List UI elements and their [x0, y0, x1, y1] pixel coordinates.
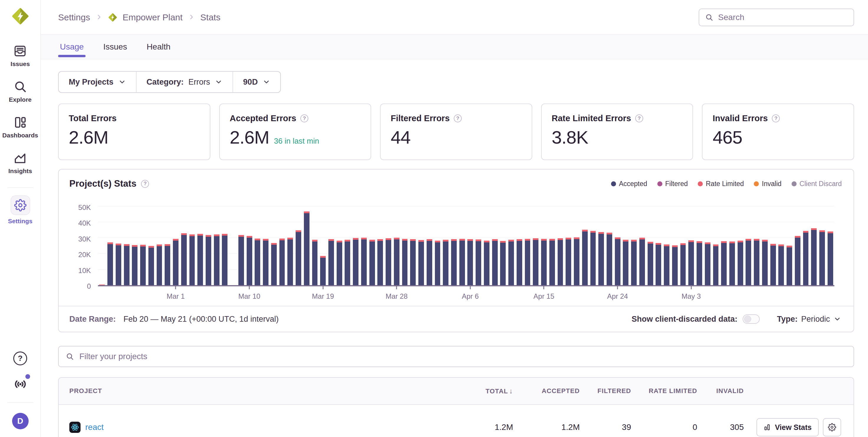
chart-bar[interactable]: [615, 237, 620, 285]
chart-bar[interactable]: [696, 241, 702, 285]
legend-item[interactable]: Accepted: [611, 180, 647, 188]
chart-bar[interactable]: [443, 240, 448, 285]
tab-usage[interactable]: Usage: [58, 35, 86, 59]
chart-bar[interactable]: [459, 239, 465, 285]
chart-bar[interactable]: [508, 240, 514, 285]
chart-bar[interactable]: [353, 238, 359, 285]
chart-bar[interactable]: [255, 239, 260, 285]
view-stats-button[interactable]: View Stats: [756, 418, 819, 436]
chart-bar[interactable]: [263, 239, 269, 285]
chart-bar[interactable]: [181, 233, 187, 285]
chart-bar[interactable]: [598, 232, 604, 285]
chart-bar[interactable]: [819, 230, 825, 285]
search-input[interactable]: [718, 13, 848, 22]
chart-bar[interactable]: [770, 244, 776, 285]
chart-bar[interactable]: [377, 239, 383, 285]
chart-bar[interactable]: [672, 245, 678, 285]
legend-item[interactable]: Client Discard: [792, 180, 842, 188]
legend-item[interactable]: Rate Limited: [698, 180, 744, 188]
chart-bar[interactable]: [337, 241, 342, 285]
chart-bar[interactable]: [475, 239, 481, 285]
breadcrumb-settings[interactable]: Settings: [58, 12, 90, 23]
chart-bar[interactable]: [312, 240, 318, 285]
chart-bar[interactable]: [664, 244, 670, 285]
chart-bar[interactable]: [116, 243, 121, 285]
chart-bar[interactable]: [574, 237, 580, 285]
chart-bar[interactable]: [500, 241, 506, 285]
chart-bar[interactable]: [189, 234, 195, 285]
chart-bar[interactable]: [738, 241, 743, 285]
chart-bar[interactable]: [517, 239, 522, 285]
whats-new-broadcast-icon[interactable]: [13, 376, 28, 393]
chart-bar[interactable]: [705, 242, 710, 285]
chart-bar[interactable]: [680, 243, 686, 285]
chart-bar[interactable]: [558, 238, 563, 285]
chart-bar[interactable]: [648, 242, 653, 285]
chart-bar[interactable]: [549, 239, 555, 285]
chart-bar[interactable]: [467, 239, 473, 285]
help-tooltip-icon[interactable]: ?: [141, 180, 149, 188]
chart-bar[interactable]: [410, 239, 416, 285]
period-filter-dropdown[interactable]: 90D: [232, 72, 280, 92]
chart-bar[interactable]: [132, 245, 137, 285]
chart-bar[interactable]: [418, 240, 424, 285]
chart-bar[interactable]: [795, 236, 800, 285]
global-search[interactable]: [699, 8, 854, 26]
projects-filter-dropdown[interactable]: My Projects: [59, 72, 136, 92]
legend-item[interactable]: Filtered: [657, 180, 688, 188]
chart-bar[interactable]: [99, 284, 105, 285]
chart-bar[interactable]: [435, 241, 440, 285]
chart-bar[interactable]: [279, 239, 285, 285]
chart-bar[interactable]: [484, 241, 490, 285]
tab-issues[interactable]: Issues: [101, 35, 129, 59]
help-tooltip-icon[interactable]: ?: [772, 114, 780, 122]
chart-bar[interactable]: [590, 231, 596, 285]
chart-bar[interactable]: [296, 230, 301, 285]
chart-bar[interactable]: [206, 235, 211, 285]
help-tooltip-icon[interactable]: ?: [454, 114, 462, 122]
chart-bar[interactable]: [533, 238, 538, 285]
col-invalid[interactable]: INVALID: [697, 387, 744, 395]
chart-bar[interactable]: [451, 239, 457, 285]
user-avatar[interactable]: D: [12, 413, 29, 429]
col-rate-limited[interactable]: RATE LIMITED: [631, 387, 697, 395]
chart-type-dropdown[interactable]: Type: Periodic: [777, 315, 841, 324]
chart-bar[interactable]: [639, 238, 645, 285]
chart-bar[interactable]: [811, 228, 817, 285]
chart-bar[interactable]: [107, 242, 113, 285]
chart-bar[interactable]: [329, 239, 334, 285]
chart-bar[interactable]: [541, 239, 547, 285]
sidebar-item-explore[interactable]: Explore: [9, 80, 32, 103]
chart-bar[interactable]: [582, 230, 588, 285]
chart-bar[interactable]: [247, 236, 252, 285]
chart-plot[interactable]: Mar 1Mar 10Mar 19Mar 28Apr 6Apr 15Apr 24…: [98, 198, 834, 286]
client-discard-toggle[interactable]: [743, 314, 760, 324]
chart-bar[interactable]: [402, 239, 408, 285]
chart-bar[interactable]: [786, 246, 792, 285]
chart-bar[interactable]: [778, 244, 784, 285]
chart-bar[interactable]: [631, 240, 637, 285]
chart-bar[interactable]: [746, 239, 751, 285]
chart-bar[interactable]: [762, 240, 768, 285]
sidebar-item-issues[interactable]: Issues: [11, 44, 30, 68]
chart-bar[interactable]: [361, 238, 367, 285]
chart-bar[interactable]: [607, 233, 612, 285]
chart-bar[interactable]: [345, 240, 350, 285]
chart-bar[interactable]: [214, 234, 219, 285]
chart-bar[interactable]: [525, 239, 530, 285]
chart-bar[interactable]: [140, 245, 146, 285]
category-filter-dropdown[interactable]: Category: Errors: [136, 72, 233, 92]
col-total-sorted[interactable]: TOTAL↓: [451, 387, 513, 395]
project-link[interactable]: react: [85, 423, 103, 432]
chart-bar[interactable]: [369, 240, 375, 285]
help-tooltip-icon[interactable]: ?: [635, 114, 643, 122]
sidebar-item-settings[interactable]: Settings: [8, 196, 32, 225]
chart-bar[interactable]: [385, 238, 391, 285]
legend-item[interactable]: Invalid: [754, 180, 781, 188]
chart-bar[interactable]: [427, 239, 432, 285]
chart-bar[interactable]: [304, 211, 309, 285]
chart-bar[interactable]: [729, 241, 735, 285]
chart-bar[interactable]: [394, 238, 400, 285]
chart-bar[interactable]: [320, 256, 326, 285]
chart-bar[interactable]: [157, 244, 162, 285]
